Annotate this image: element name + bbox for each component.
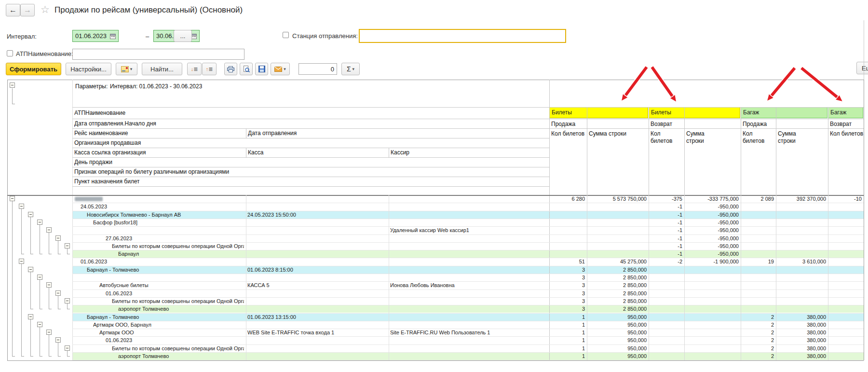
group-cell[interactable]: Барнаул - Толмачево xyxy=(87,267,244,273)
value-cell[interactable]: -950,000 xyxy=(684,235,739,242)
value-cell[interactable]: 19 xyxy=(741,259,774,265)
value-cell[interactable]: -10 xyxy=(828,196,862,202)
value-cell[interactable]: 2 850,000 xyxy=(587,282,647,289)
group-cell[interactable]: 01.06.2023 xyxy=(81,259,244,265)
value-cell[interactable]: 2 xyxy=(741,330,774,336)
value-cell[interactable]: 2 xyxy=(741,337,774,344)
value-cell[interactable]: 1 xyxy=(549,314,585,320)
value-cell[interactable]: 45 275,000 xyxy=(587,259,647,265)
operation-header-cell[interactable]: Продажа xyxy=(551,121,647,127)
group-cell[interactable]: аэропорт Толмачево xyxy=(118,353,244,359)
value-cell[interactable]: 392 370,000 xyxy=(776,196,826,202)
value-cell[interactable]: -333 775,000 xyxy=(684,196,739,202)
value-cell[interactable]: 950,000 xyxy=(587,322,647,328)
value-cell[interactable]: 3 xyxy=(549,282,585,289)
value-cell[interactable]: 5 573 750,000 xyxy=(587,196,647,202)
expand-box[interactable] xyxy=(37,220,42,225)
expand-box[interactable] xyxy=(10,196,15,201)
value-cell[interactable]: 1 xyxy=(549,345,585,352)
value-cell[interactable]: 1 xyxy=(549,337,585,344)
value-cell[interactable]: 1 xyxy=(549,322,585,328)
expand-box[interactable] xyxy=(46,330,52,335)
value-cell[interactable]: 380,000 xyxy=(776,337,826,344)
value-cell[interactable]: 2 xyxy=(741,322,774,328)
measure-header-cell[interactable]: Кол билетов xyxy=(651,130,680,145)
cashier-cell[interactable]: Ионова Любовь Ивановна xyxy=(390,282,548,289)
field-header-cell[interactable]: Дата отправления.Начало дня xyxy=(74,120,316,127)
value-cell[interactable]: 2 xyxy=(741,314,774,320)
value-cell[interactable]: 2 850,000 xyxy=(587,290,647,297)
field-header-cell[interactable]: Организация продавшая xyxy=(74,139,316,146)
date-cell[interactable]: WEB Site E-TRAFFIC точка входа 1 xyxy=(247,330,387,336)
value-cell[interactable]: 2 xyxy=(741,345,774,352)
group-cell[interactable]: Новосибирск Толмачево - Барнаул АВ xyxy=(87,212,244,218)
value-cell[interactable]: 2 850,000 xyxy=(587,306,647,312)
value-cell[interactable]: 950,000 xyxy=(587,337,647,344)
expand-box[interactable] xyxy=(65,345,70,351)
expand-box[interactable] xyxy=(46,227,52,233)
value-cell[interactable]: 1 xyxy=(549,353,585,359)
value-cell[interactable]: 950,000 xyxy=(587,345,647,352)
measure-header-cell[interactable]: Кол билетов xyxy=(743,130,773,145)
value-cell[interactable]: -1 xyxy=(649,220,682,226)
value-cell[interactable]: 2 850,000 xyxy=(587,275,647,281)
value-cell[interactable]: -1 xyxy=(649,204,682,210)
band-header-cell[interactable]: Билеты xyxy=(649,107,740,118)
value-cell[interactable]: 3 xyxy=(549,275,585,281)
group-cell[interactable]: Барнаул xyxy=(118,251,244,257)
field-header-cell[interactable]: Признак операций по билету различными ор… xyxy=(74,168,316,175)
value-cell[interactable]: -1 xyxy=(649,251,682,257)
value-cell[interactable]: 3 xyxy=(549,298,585,304)
field-header-cell[interactable]: Дата отправления xyxy=(248,130,387,137)
field-header-cell[interactable]: Кассир xyxy=(391,149,547,156)
value-cell[interactable]: 2 089 xyxy=(741,196,774,202)
measure-header-cell[interactable]: Кол билетов xyxy=(830,130,864,138)
value-cell[interactable]: 2 850,000 xyxy=(587,267,647,273)
value-cell[interactable]: 2 xyxy=(741,353,774,359)
value-cell[interactable]: 51 xyxy=(549,259,585,265)
date-cell[interactable]: 24.05.2023 15:50:00 xyxy=(247,212,387,218)
group-cell[interactable]: Билеты по которым совершены операции Одн… xyxy=(112,243,244,249)
measure-header-cell[interactable]: Сумма строки xyxy=(686,130,716,145)
measure-header-cell[interactable]: Сумма строки xyxy=(778,130,808,145)
value-cell[interactable]: 380,000 xyxy=(776,322,826,328)
value-cell[interactable]: 380,000 xyxy=(776,345,826,352)
expand-box[interactable] xyxy=(55,290,61,296)
value-cell[interactable]: 2 850,000 xyxy=(587,298,647,304)
operation-header-cell[interactable]: Возврат xyxy=(651,121,739,127)
expand-box[interactable] xyxy=(65,298,70,303)
group-cell[interactable]: Билеты по которым совершены операции Одн… xyxy=(112,298,244,304)
expand-box[interactable] xyxy=(28,314,33,319)
cashier-cell[interactable]: Удаленный кассир Web кассир1 xyxy=(390,227,548,234)
value-cell[interactable]: -950,000 xyxy=(684,243,739,249)
value-cell[interactable]: 3 xyxy=(549,267,585,273)
value-cell[interactable]: -950,000 xyxy=(684,251,739,257)
band-header-cell[interactable]: Багаж xyxy=(828,107,863,118)
group-cell[interactable]: 01.06.2023 xyxy=(106,337,244,344)
value-cell[interactable]: -1 xyxy=(649,227,682,234)
value-cell[interactable]: 380,000 xyxy=(776,353,826,359)
value-cell[interactable]: -1 xyxy=(649,243,682,249)
band-header-cell[interactable]: Билеты xyxy=(549,107,648,118)
value-cell[interactable]: 3 610,000 xyxy=(776,259,826,265)
value-cell[interactable]: -950,000 xyxy=(684,227,739,234)
expand-box[interactable] xyxy=(37,275,42,280)
operation-header-cell[interactable]: Возврат xyxy=(830,121,862,127)
cashier-cell[interactable]: Site E-TRAFFIC.RU Web Пользователь 1 xyxy=(390,330,548,336)
expand-box[interactable] xyxy=(10,83,15,88)
expand-box[interactable] xyxy=(19,204,24,209)
value-cell[interactable]: 3 xyxy=(549,290,585,297)
measure-header-cell[interactable]: Кол билетов xyxy=(551,130,585,138)
group-cell[interactable]: Билеты по которым совершены операции Одн… xyxy=(112,345,244,352)
value-cell[interactable]: -375 xyxy=(649,196,682,202)
expand-box[interactable] xyxy=(55,337,61,343)
group-cell[interactable]: Автобусные билеты xyxy=(99,282,244,289)
value-cell[interactable]: -950,000 xyxy=(684,204,739,210)
value-cell[interactable]: 3 xyxy=(549,306,585,312)
value-cell[interactable]: -1 900,000 xyxy=(684,259,739,265)
value-cell[interactable]: 950,000 xyxy=(587,314,647,320)
value-cell[interactable]: 6 280 xyxy=(549,196,585,202)
group-cell[interactable]: Барнаул - Толмачево xyxy=(87,314,244,320)
group-cell[interactable]: Басфор [busfor18] xyxy=(93,220,244,226)
value-cell[interactable]: -1 xyxy=(649,235,682,242)
